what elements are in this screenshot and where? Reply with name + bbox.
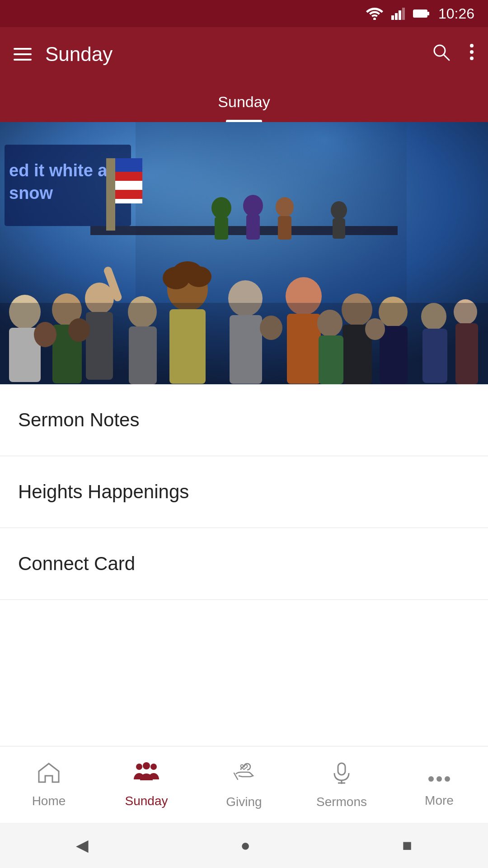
- sunday-icon: [132, 761, 161, 788]
- svg-point-69: [150, 764, 157, 770]
- svg-rect-6: [414, 10, 427, 17]
- home-icon: [37, 761, 61, 788]
- bottom-nav: Home Sunday: [0, 746, 488, 823]
- signal-icon: [391, 7, 405, 20]
- svg-rect-4: [402, 8, 405, 20]
- svg-point-68: [136, 764, 142, 770]
- svg-point-75: [436, 776, 442, 782]
- svg-rect-31: [115, 172, 142, 181]
- wifi-icon: [366, 7, 383, 20]
- nav-item-giving[interactable]: Giving: [195, 760, 293, 809]
- more-nav-icon: [427, 762, 451, 788]
- overflow-menu-button[interactable]: [469, 42, 474, 66]
- search-button[interactable]: [431, 42, 451, 66]
- svg-rect-24: [333, 218, 345, 239]
- hero-image: ed it white as snow: [0, 122, 488, 384]
- sermon-notes-label: Sermon Notes: [18, 409, 139, 430]
- app-bar-left: Sunday: [14, 43, 113, 66]
- giving-icon: [232, 760, 256, 789]
- status-icons: 10:26: [366, 5, 474, 22]
- svg-line-9: [444, 55, 449, 60]
- nav-item-sunday[interactable]: Sunday: [98, 761, 195, 808]
- more-nav-label: More: [425, 793, 454, 808]
- app-bar-title: Sunday: [45, 43, 113, 66]
- svg-rect-7: [427, 12, 429, 15]
- svg-point-74: [428, 776, 434, 782]
- connect-card-label: Connect Card: [18, 553, 135, 574]
- app-bar: Sunday: [0, 27, 488, 81]
- svg-text:ed it white as: ed it white as: [9, 161, 117, 180]
- svg-rect-30: [115, 158, 142, 172]
- nav-item-more[interactable]: More: [390, 762, 488, 808]
- system-nav: ◀ ● ■: [0, 823, 488, 868]
- svg-rect-20: [246, 215, 260, 240]
- menu-button[interactable]: [14, 48, 32, 61]
- app-bar-right: [431, 42, 474, 66]
- sunday-nav-label: Sunday: [125, 794, 168, 808]
- heights-happenings-label: Heights Happenings: [18, 481, 189, 502]
- svg-point-0: [373, 18, 376, 20]
- sermons-nav-label: Sermons: [316, 795, 367, 809]
- svg-rect-32: [115, 181, 142, 190]
- connect-card-item[interactable]: Connect Card: [0, 528, 488, 600]
- giving-nav-label: Giving: [226, 795, 262, 809]
- svg-point-21: [276, 197, 294, 217]
- svg-point-12: [470, 57, 474, 60]
- heights-happenings-item[interactable]: Heights Happenings: [0, 456, 488, 528]
- sermon-notes-item[interactable]: Sermon Notes: [0, 384, 488, 456]
- svg-rect-33: [115, 190, 142, 199]
- nav-item-sermons[interactable]: Sermons: [293, 760, 390, 809]
- svg-rect-16: [90, 226, 398, 235]
- svg-rect-2: [395, 13, 398, 20]
- svg-rect-1: [391, 15, 394, 20]
- svg-point-17: [211, 197, 231, 219]
- svg-point-19: [243, 195, 263, 217]
- recent-button[interactable]: ■: [402, 836, 412, 855]
- battery-icon: [413, 9, 430, 18]
- content-area: Sermon Notes Heights Happenings Connect …: [0, 384, 488, 600]
- svg-point-70: [143, 762, 150, 769]
- svg-rect-28: [106, 158, 115, 231]
- svg-point-47: [173, 261, 202, 281]
- nav-item-home[interactable]: Home: [0, 761, 98, 808]
- svg-rect-22: [278, 216, 291, 240]
- svg-rect-67: [0, 303, 488, 384]
- tab-bar: Sunday: [0, 81, 488, 122]
- home-button[interactable]: ●: [240, 836, 250, 855]
- svg-point-11: [470, 50, 474, 54]
- tab-sunday[interactable]: Sunday: [200, 81, 288, 122]
- svg-rect-3: [399, 10, 401, 20]
- sermons-icon: [330, 760, 353, 789]
- status-bar: 10:26: [0, 0, 488, 27]
- svg-point-23: [331, 201, 347, 219]
- home-nav-label: Home: [32, 794, 66, 808]
- back-button[interactable]: ◀: [76, 836, 89, 855]
- svg-rect-34: [115, 199, 142, 203]
- svg-text:snow: snow: [9, 184, 53, 203]
- svg-point-76: [445, 776, 450, 782]
- svg-rect-18: [215, 217, 228, 240]
- svg-point-10: [470, 44, 474, 47]
- status-time: 10:26: [438, 5, 474, 22]
- svg-rect-71: [338, 763, 345, 775]
